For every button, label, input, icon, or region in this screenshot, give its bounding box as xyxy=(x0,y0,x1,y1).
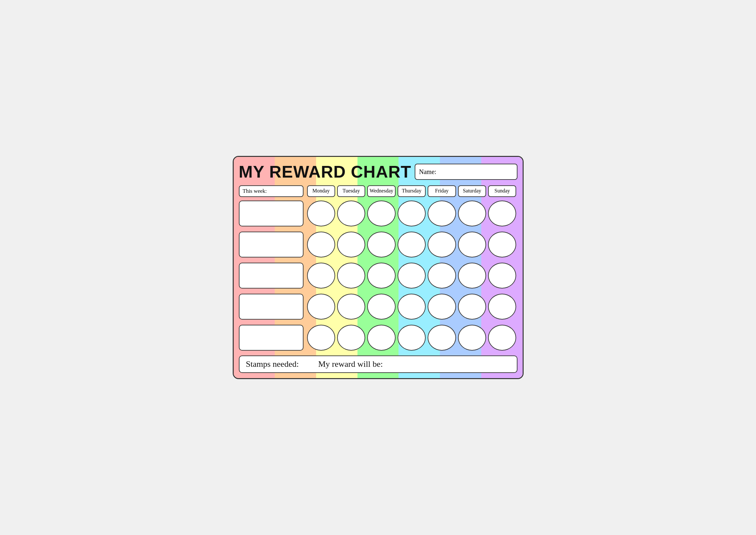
stamp-2-wed[interactable] xyxy=(367,232,395,258)
task-row-1 xyxy=(239,199,518,228)
grid-rows xyxy=(239,199,518,352)
day-cells-3 xyxy=(306,263,518,289)
chart-title: MY REWARD CHART xyxy=(239,162,412,182)
stamp-5-wed[interactable] xyxy=(367,325,395,351)
stamp-3-tue[interactable] xyxy=(337,263,365,289)
day-header-monday: Monday xyxy=(307,185,335,197)
day-header-tuesday: Tuesday xyxy=(337,185,365,197)
stamp-2-mon[interactable] xyxy=(307,232,335,258)
stamp-3-sun[interactable] xyxy=(488,263,516,289)
days-row: This week: Monday Tuesday Wednesday Thur… xyxy=(239,185,518,197)
day-header-saturday: Saturday xyxy=(458,185,486,197)
stamp-4-fri[interactable] xyxy=(428,294,456,320)
stamp-1-mon[interactable] xyxy=(307,201,335,226)
day-cells-4 xyxy=(306,294,518,320)
stamp-4-sun[interactable] xyxy=(488,294,516,320)
stamp-1-tue[interactable] xyxy=(337,201,365,226)
day-cells-1 xyxy=(306,201,518,226)
day-cells-5 xyxy=(306,325,518,351)
day-header-friday: Friday xyxy=(428,185,456,197)
stamp-2-thu[interactable] xyxy=(397,232,426,258)
stamps-needed-label: Stamps needed: xyxy=(246,359,299,369)
task-box-5[interactable] xyxy=(239,325,304,351)
chart-content: MY REWARD CHART Name: This week: Monday … xyxy=(239,162,518,373)
reward-chart: MY REWARD CHART Name: This week: Monday … xyxy=(233,156,524,379)
task-row-4 xyxy=(239,292,518,321)
stamp-2-sun[interactable] xyxy=(488,232,516,258)
stamp-1-thu[interactable] xyxy=(397,201,426,226)
stamp-4-wed[interactable] xyxy=(367,294,395,320)
name-label: Name: xyxy=(419,168,436,176)
stamp-2-sat[interactable] xyxy=(458,232,486,258)
stamp-3-fri[interactable] xyxy=(428,263,456,289)
stamp-1-fri[interactable] xyxy=(428,201,456,226)
task-row-2 xyxy=(239,230,518,259)
stamp-4-sat[interactable] xyxy=(458,294,486,320)
stamp-2-tue[interactable] xyxy=(337,232,365,258)
footer-row: Stamps needed: My reward will be: xyxy=(239,355,518,373)
stamp-3-wed[interactable] xyxy=(367,263,395,289)
stamp-5-sat[interactable] xyxy=(458,325,486,351)
day-cells-2 xyxy=(306,232,518,258)
task-box-4[interactable] xyxy=(239,294,304,320)
stamp-5-thu[interactable] xyxy=(397,325,426,351)
stamp-5-tue[interactable] xyxy=(337,325,365,351)
task-box-3[interactable] xyxy=(239,263,304,289)
stamp-2-fri[interactable] xyxy=(428,232,456,258)
day-header-wednesday: Wednesday xyxy=(367,185,395,197)
name-box[interactable]: Name: xyxy=(415,164,518,180)
stamp-4-mon[interactable] xyxy=(307,294,335,320)
task-box-2[interactable] xyxy=(239,232,304,258)
stamp-4-tue[interactable] xyxy=(337,294,365,320)
stamp-1-sat[interactable] xyxy=(458,201,486,226)
stamp-3-mon[interactable] xyxy=(307,263,335,289)
reward-will-be-label: My reward will be: xyxy=(318,359,383,369)
task-row-5 xyxy=(239,323,518,352)
stamp-1-sun[interactable] xyxy=(488,201,516,226)
stamp-1-wed[interactable] xyxy=(367,201,395,226)
day-header-thursday: Thursday xyxy=(397,185,426,197)
header-row: MY REWARD CHART Name: xyxy=(239,162,518,182)
day-header-sunday: Sunday xyxy=(488,185,516,197)
stamp-3-thu[interactable] xyxy=(397,263,426,289)
stamp-5-fri[interactable] xyxy=(428,325,456,351)
stamp-5-mon[interactable] xyxy=(307,325,335,351)
task-box-1[interactable] xyxy=(239,201,304,226)
stamp-4-thu[interactable] xyxy=(397,294,426,320)
task-row-3 xyxy=(239,261,518,290)
this-week-header: This week: xyxy=(239,185,304,197)
stamp-5-sun[interactable] xyxy=(488,325,516,351)
stamp-3-sat[interactable] xyxy=(458,263,486,289)
